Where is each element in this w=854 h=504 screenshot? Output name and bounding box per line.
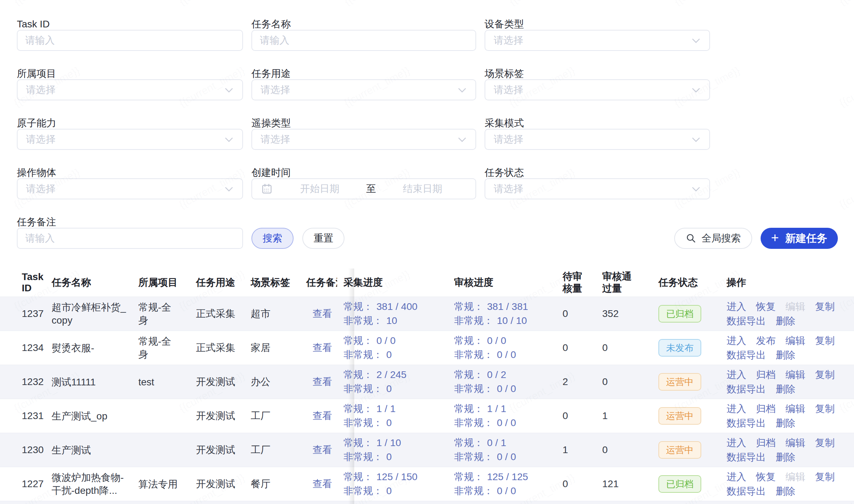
filter-create-time: 创建时间 开始日期 至 结束日期: [251, 167, 476, 199]
cell-task-name: 测试11111: [43, 365, 131, 399]
action-export[interactable]: 数据导出: [727, 314, 766, 327]
action-export[interactable]: 数据导出: [727, 383, 766, 396]
task-id-input[interactable]: [17, 30, 243, 51]
reset-button[interactable]: 重置: [302, 228, 344, 249]
table-row: 1227 微波炉加热食物-干扰-depth降... 算法专用 开发测试 餐厅 查…: [0, 467, 854, 501]
cell-actions: 进入 归档 编辑 复制 数据导出 删除: [715, 365, 854, 399]
action-edit[interactable]: 编辑: [786, 368, 805, 381]
cell-collect-progress: 常规：2 / 245 非常规：0: [337, 365, 448, 399]
action-copy[interactable]: 复制: [815, 368, 835, 381]
end-date-placeholder: 结束日期: [378, 182, 467, 195]
search-icon: [685, 233, 697, 244]
purpose-select[interactable]: 请选择: [251, 79, 476, 100]
cell-project: test: [131, 365, 190, 399]
action-links: 进入 归档 编辑 复制 数据导出 删除: [727, 368, 839, 396]
cell-task-name: 生产测试_op: [43, 399, 131, 433]
action-links: 进入 归档 编辑 复制 数据导出 删除: [727, 402, 839, 430]
filter-label-task-id: Task ID: [17, 18, 243, 30]
filter-task-id: Task ID: [17, 18, 243, 51]
scene-tag-select[interactable]: 请选择: [485, 79, 710, 100]
action-delete[interactable]: 删除: [776, 417, 795, 430]
view-remark-link[interactable]: 查看: [313, 375, 332, 389]
action-delete[interactable]: 删除: [776, 349, 795, 362]
cell-status: 运营中: [652, 365, 715, 399]
action-copy[interactable]: 复制: [815, 300, 835, 313]
cell-pending: 0: [557, 297, 596, 331]
action-delete[interactable]: 删除: [776, 485, 795, 498]
cell-actions: 进入 恢复 编辑 复制 数据导出 删除: [715, 467, 854, 501]
table-header: Task ID 任务名称 所属项目 任务用途 场景标签 任务备注 采集进度 审核…: [0, 268, 854, 297]
teleop-type-select[interactable]: 请选择: [251, 129, 476, 150]
action-archive[interactable]: 归档: [756, 436, 776, 449]
device-type-select[interactable]: 请选择: [485, 30, 710, 51]
task-table: Task ID 任务名称 所属项目 任务用途 场景标签 任务备注 采集进度 审核…: [0, 268, 854, 504]
cell-task-id: 1232: [0, 365, 43, 399]
action-edit[interactable]: 编辑: [786, 402, 805, 415]
action-copy[interactable]: 复制: [815, 334, 835, 347]
global-search-label: 全局搜索: [702, 232, 741, 245]
cell-review-progress: 常规：0 / 1 非常规：0 / 0: [448, 433, 557, 467]
action-enter[interactable]: 进入: [727, 436, 746, 449]
atomic-ability-select[interactable]: 请选择: [17, 129, 243, 150]
action-export[interactable]: 数据导出: [727, 349, 766, 362]
task-name-input[interactable]: [251, 30, 476, 51]
operate-object-select[interactable]: 请选择: [17, 178, 243, 199]
task-remark-input[interactable]: [17, 228, 243, 249]
action-restore[interactable]: 恢复: [756, 470, 776, 483]
filter-label-create-time: 创建时间: [251, 167, 476, 178]
cell-review-progress: 常规：0 / 2 非常规：0 / 0: [448, 365, 557, 399]
cell-collect-progress: 常规：1 / 10 非常规：0: [337, 433, 448, 467]
cell-remark: 查看: [299, 433, 337, 467]
chevron-down-icon: [458, 85, 466, 93]
action-enter[interactable]: 进入: [727, 402, 746, 415]
action-enter[interactable]: 进入: [727, 300, 746, 313]
action-copy[interactable]: 复制: [815, 470, 835, 483]
action-delete[interactable]: 删除: [776, 383, 795, 396]
action-edit[interactable]: 编辑: [786, 436, 805, 449]
cell-task-id: 1231: [0, 399, 43, 433]
create-time-range-picker[interactable]: 开始日期 至 结束日期: [251, 178, 476, 199]
filter-label-teleop-type: 遥操类型: [251, 117, 476, 129]
header-review-progress: 审核进度: [448, 268, 557, 297]
filter-label-scene-tag: 场景标签: [485, 68, 710, 79]
action-copy[interactable]: 复制: [815, 436, 835, 449]
collect-mode-select[interactable]: 请选择: [485, 129, 710, 150]
action-export[interactable]: 数据导出: [727, 451, 766, 464]
view-remark-link[interactable]: 查看: [313, 477, 332, 491]
action-enter[interactable]: 进入: [727, 470, 746, 483]
cell-scene: 工厂: [243, 433, 299, 467]
new-task-button[interactable]: + 新建任务: [761, 228, 838, 249]
action-archive[interactable]: 归档: [756, 402, 776, 415]
action-enter[interactable]: 进入: [727, 334, 746, 347]
cell-remark: 查看: [299, 331, 337, 365]
action-export[interactable]: 数据导出: [727, 417, 766, 430]
chevron-down-icon: [692, 85, 700, 93]
project-select[interactable]: 请选择: [17, 79, 243, 100]
cell-actions: 进入 发布 编辑 复制 数据导出 删除: [715, 331, 854, 365]
action-restore[interactable]: 恢复: [756, 300, 776, 313]
view-remark-link[interactable]: 查看: [313, 443, 332, 457]
action-edit[interactable]: 编辑: [786, 334, 805, 347]
action-archive[interactable]: 归档: [756, 368, 776, 381]
table-row-partial: [0, 501, 854, 504]
cell-scene: 超市: [243, 297, 299, 331]
cell-scene: 办公: [243, 365, 299, 399]
view-remark-link[interactable]: 查看: [313, 409, 332, 423]
view-remark-link[interactable]: 查看: [313, 307, 332, 320]
cell-purpose: 开发测试: [190, 433, 243, 467]
action-enter[interactable]: 进入: [727, 368, 746, 381]
action-delete[interactable]: 删除: [776, 451, 795, 464]
action-publish[interactable]: 发布: [756, 334, 776, 347]
cell-collect-progress: 常规：1 / 1 非常规：0: [337, 399, 448, 433]
cell-pending: 0: [557, 331, 596, 365]
view-remark-link[interactable]: 查看: [313, 341, 332, 354]
global-search-button[interactable]: 全局搜索: [674, 228, 752, 249]
task-status-select[interactable]: 请选择: [485, 178, 710, 199]
action-export[interactable]: 数据导出: [727, 485, 766, 498]
search-button[interactable]: 搜索: [251, 228, 294, 249]
action-copy[interactable]: 复制: [815, 402, 835, 415]
action-delete[interactable]: 删除: [776, 314, 795, 327]
cell-purpose: 正式采集: [190, 297, 243, 331]
filter-project: 所属项目 请选择: [17, 68, 243, 100]
cell-remark: 查看: [299, 467, 337, 501]
